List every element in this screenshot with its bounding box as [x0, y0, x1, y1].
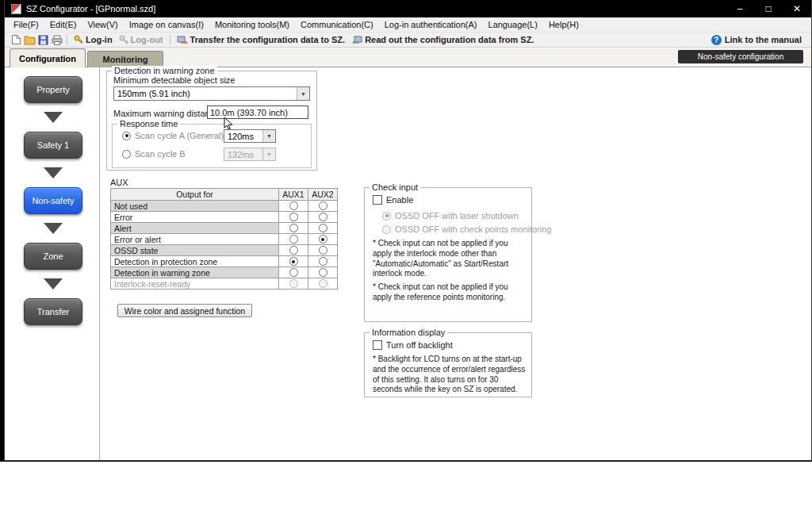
aux-row-label: Alert — [111, 223, 279, 234]
readout-icon — [351, 35, 362, 45]
aux1-cell — [279, 201, 308, 212]
backlight-checkbox[interactable] — [373, 340, 382, 350]
toolbar-separator — [67, 35, 67, 45]
aux1-radio[interactable] — [289, 268, 298, 277]
aux1-cell — [279, 234, 308, 245]
scan-cycle-a-radio[interactable] — [122, 132, 131, 140]
chevron-down-icon: ▼ — [297, 87, 309, 100]
login-button[interactable]: Log-in — [71, 35, 116, 44]
table-row: Error — [111, 212, 338, 223]
window-title: SZ Configurator - [GPnormal.szd] — [26, 4, 155, 13]
login-label: Log-in — [86, 35, 113, 44]
min-object-size-value: 150mm (5.91 inch) — [114, 87, 297, 100]
help-icon: ? — [711, 35, 722, 45]
sidebar-item-property[interactable]: Property — [24, 76, 82, 103]
sidebar: PropertySafety 1Non-safetyZoneTransfer — [17, 76, 89, 325]
scan-cycle-a-value: 120ms — [224, 130, 262, 142]
sidebar-item-transfer[interactable]: Transfer — [24, 298, 82, 325]
check-input-note-2: * Check input can not be applied if you … — [373, 282, 527, 303]
max-warning-distance-label: Maximum warning distance — [113, 109, 219, 118]
save-icon[interactable] — [36, 33, 50, 46]
menu-item-language-l[interactable]: Language(L) — [483, 20, 543, 29]
menu-bar: File(F)Edit(E)View(V)Image on canvas(I)M… — [5, 17, 811, 33]
aux1-radio[interactable] — [289, 201, 298, 210]
aux-row-label: Interlock-reset-ready — [111, 278, 279, 290]
menu-item-communication-c[interactable]: Communication(C) — [295, 20, 379, 29]
wire-color-button[interactable]: Wire color and assigned function — [117, 304, 252, 317]
flow-arrow-icon — [44, 223, 63, 234]
tab-configuration[interactable]: Configuration — [10, 48, 86, 67]
window-title-bar: SZ Configurator - [GPnormal.szd] – □ ✕ — [5, 0, 811, 17]
check-input-group-title: Check input — [370, 182, 420, 192]
menu-item-help-h[interactable]: Help(H) — [543, 20, 584, 29]
aux2-cell — [308, 201, 338, 212]
readout-button[interactable]: Read out the configuration data from SZ. — [348, 35, 537, 45]
aux-header-output-for: Output for — [111, 189, 279, 201]
aux-header-aux2: AUX2 — [308, 189, 338, 201]
aux2-radio[interactable] — [319, 257, 327, 266]
toolbar: Log-in Log-out Transfer the configuratio… — [5, 33, 811, 48]
aux2-radio[interactable] — [319, 224, 327, 232]
maximize-button[interactable]: □ — [754, 0, 783, 17]
aux2-cell — [308, 234, 338, 245]
scan-cycle-a-label: Scan cycle A (General) — [135, 131, 224, 140]
key-gray-icon — [119, 35, 128, 44]
open-folder-icon[interactable] — [23, 33, 36, 46]
scan-cycle-a-select[interactable]: 120ms ▼ — [224, 129, 276, 143]
chevron-down-icon: ▼ — [262, 130, 275, 142]
aux2-radio[interactable] — [319, 268, 327, 277]
flow-arrow-icon — [44, 167, 63, 178]
max-warning-distance-input[interactable] — [207, 105, 308, 119]
menu-item-view-v[interactable]: View(V) — [82, 20, 123, 29]
aux1-cell — [279, 278, 308, 290]
logout-label: Log-out — [131, 35, 163, 44]
aux-group-title: AUX — [110, 178, 128, 187]
scan-cycle-b-radio[interactable] — [122, 150, 131, 159]
transfer-button[interactable]: Transfer the configuration data to SZ. — [174, 35, 349, 45]
menu-item-image-on-canvas-i[interactable]: Image on canvas(I) — [124, 20, 209, 29]
aux-header-aux1: AUX1 — [279, 189, 308, 201]
aux1-radio[interactable] — [289, 257, 298, 266]
aux2-cell — [308, 245, 338, 256]
sidebar-item-non-safety[interactable]: Non-safety — [24, 187, 82, 214]
menu-item-file-f[interactable]: File(F) — [8, 20, 44, 29]
aux1-radio[interactable] — [289, 246, 298, 255]
ossd-checkpoints-radio — [382, 225, 391, 234]
aux2-radio[interactable] — [319, 246, 327, 255]
transfer-icon — [177, 35, 188, 45]
check-input-group: Check input Enable OSSD OFF with laser s… — [364, 187, 532, 322]
aux1-radio[interactable] — [289, 213, 298, 221]
aux1-radio[interactable] — [289, 224, 298, 232]
sidebar-item-safety-1[interactable]: Safety 1 — [24, 132, 82, 159]
sidebar-item-zone[interactable]: Zone — [24, 243, 82, 270]
aux1-cell — [279, 245, 308, 256]
readout-label: Read out the configuration data from SZ. — [365, 35, 534, 44]
min-object-size-select[interactable]: 150mm (5.91 inch) ▼ — [113, 86, 310, 101]
table-row: Alert — [111, 223, 338, 234]
table-row: Detection in protection zone — [111, 256, 338, 267]
nonsafety-config-badge: Non-safety configuration — [678, 50, 803, 63]
manual-link[interactable]: ? Link to the manual — [711, 35, 811, 45]
menu-item-monitoring-tools-m[interactable]: Monitoring tools(M) — [209, 20, 295, 29]
tab-monitoring[interactable]: Monitoring — [87, 51, 163, 67]
close-button[interactable]: ✕ — [783, 0, 811, 17]
key-icon — [74, 35, 83, 44]
aux2-cell — [308, 278, 338, 290]
aux-row-label: Detection in protection zone — [111, 256, 279, 267]
menu-item-edit-e[interactable]: Edit(E) — [44, 20, 82, 29]
minimize-button[interactable]: – — [726, 0, 754, 17]
aux1-cell — [279, 267, 308, 278]
app-window: SZ Configurator - [GPnormal.szd] – □ ✕ F… — [4, 0, 812, 461]
print-icon[interactable] — [50, 33, 63, 46]
enable-checkbox[interactable] — [373, 195, 382, 205]
aux1-radio[interactable] — [289, 235, 298, 244]
flow-arrow-icon — [44, 112, 63, 123]
screen: SZ Configurator - [GPnormal.szd] – □ ✕ F… — [0, 0, 812, 514]
aux2-radio[interactable] — [319, 201, 327, 210]
ossd-laser-radio — [382, 212, 391, 221]
aux2-radio[interactable] — [319, 235, 327, 244]
menu-item-log-in-authentication-a[interactable]: Log-in authentication(A) — [379, 20, 483, 29]
aux2-radio[interactable] — [319, 213, 327, 221]
new-file-icon[interactable] — [10, 33, 23, 46]
aux1-cell — [279, 223, 308, 234]
